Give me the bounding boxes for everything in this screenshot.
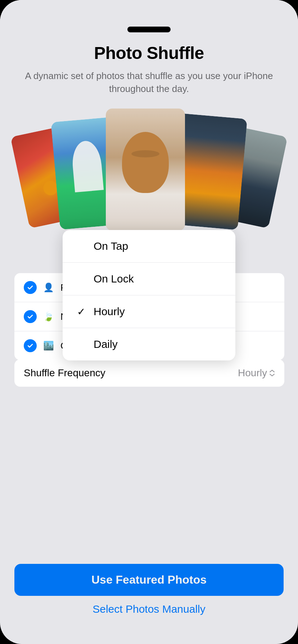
checkmark-hourly: ✓ bbox=[77, 306, 88, 318]
dropdown-label-on-tap: On Tap bbox=[94, 240, 128, 252]
bottom-buttons: Use Featured Photos Select Photos Manual… bbox=[14, 564, 284, 615]
dropdown-item-on-tap[interactable]: ✓ On Tap bbox=[63, 230, 235, 263]
check-circle-1 bbox=[24, 281, 37, 294]
dropdown-item-on-lock[interactable]: ✓ On Lock bbox=[63, 263, 235, 295]
category-icon-1: 👤 bbox=[43, 282, 54, 293]
photo-card-3 bbox=[106, 109, 185, 231]
dropdown-item-hourly[interactable]: ✓ Hourly bbox=[63, 295, 235, 328]
select-photos-manually-button[interactable]: Select Photos Manually bbox=[92, 603, 206, 615]
category-icon-3: 🏙️ bbox=[43, 341, 54, 351]
dropdown-label-daily: Daily bbox=[94, 338, 118, 350]
chevron-updown-icon bbox=[269, 369, 275, 377]
category-icon-2: 🍃 bbox=[43, 312, 54, 322]
frequency-dropdown[interactable]: ✓ On Tap ✓ On Lock ✓ Hourly ✓ Daily bbox=[63, 230, 235, 360]
page-title: Photo Shuffle bbox=[94, 43, 204, 63]
shuffle-value: Hourly bbox=[238, 367, 275, 379]
shuffle-label: Shuffle Frequency bbox=[24, 367, 105, 379]
status-bar bbox=[0, 0, 298, 36]
notch-pill bbox=[127, 27, 171, 32]
dropdown-label-on-lock: On Lock bbox=[94, 273, 134, 285]
dropdown-label-hourly: Hourly bbox=[94, 305, 125, 318]
shuffle-value-text: Hourly bbox=[238, 367, 267, 379]
check-circle-2 bbox=[24, 310, 37, 323]
check-circle-3 bbox=[24, 339, 37, 352]
dropdown-item-daily[interactable]: ✓ Daily bbox=[63, 328, 235, 360]
phone-container: Photo Shuffle A dynamic set of photos th… bbox=[0, 0, 298, 644]
shuffle-frequency-row[interactable]: Shuffle Frequency Hourly bbox=[14, 359, 284, 387]
use-featured-photos-button[interactable]: Use Featured Photos bbox=[14, 564, 284, 596]
page-subtitle: A dynamic set of photos that shuffle as … bbox=[14, 69, 284, 96]
